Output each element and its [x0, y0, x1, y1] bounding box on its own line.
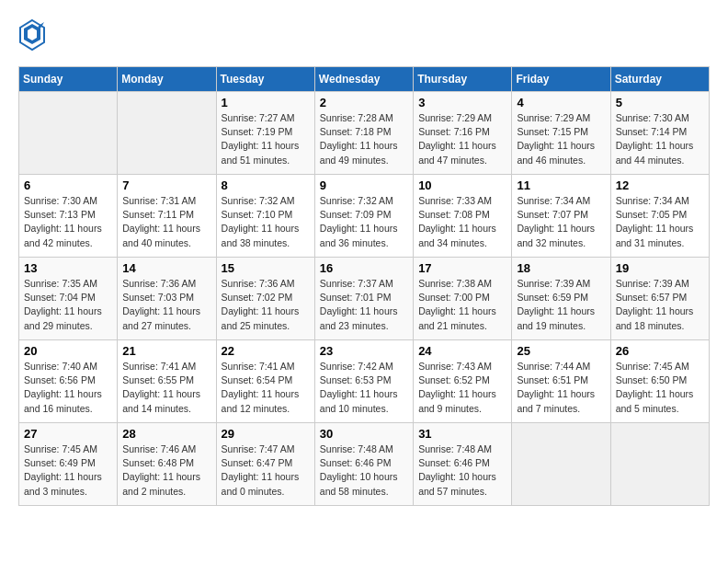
- day-info: Sunrise: 7:32 AMSunset: 7:09 PMDaylight:…: [320, 194, 408, 250]
- calendar-cell: 26Sunrise: 7:45 AMSunset: 6:50 PMDayligh…: [610, 340, 709, 423]
- day-info: Sunrise: 7:34 AMSunset: 7:05 PMDaylight:…: [616, 194, 704, 250]
- calendar-cell: 7Sunrise: 7:31 AMSunset: 7:11 PMDaylight…: [118, 175, 216, 258]
- calendar-cell: 12Sunrise: 7:34 AMSunset: 7:05 PMDayligh…: [610, 175, 709, 258]
- day-number: 22: [222, 344, 310, 358]
- day-info: Sunrise: 7:43 AMSunset: 6:52 PMDaylight:…: [418, 360, 506, 416]
- calendar-cell: 20Sunrise: 7:40 AMSunset: 6:56 PMDayligh…: [19, 340, 118, 423]
- calendar-week-2: 6Sunrise: 7:30 AMSunset: 7:13 PMDaylight…: [19, 175, 710, 258]
- day-info: Sunrise: 7:30 AMSunset: 7:13 PMDaylight:…: [24, 194, 112, 250]
- day-info: Sunrise: 7:41 AMSunset: 6:55 PMDaylight:…: [122, 360, 210, 416]
- logo-icon: [18, 18, 46, 52]
- page-header: [18, 18, 710, 52]
- day-header-wednesday: Wednesday: [314, 67, 413, 92]
- day-number: 6: [24, 178, 112, 192]
- day-number: 2: [320, 96, 408, 109]
- calendar-cell: 21Sunrise: 7:41 AMSunset: 6:55 PMDayligh…: [118, 340, 216, 423]
- calendar-cell: 10Sunrise: 7:33 AMSunset: 7:08 PMDayligh…: [414, 175, 512, 258]
- day-info: Sunrise: 7:29 AMSunset: 7:15 PMDaylight:…: [517, 111, 605, 167]
- day-number: 27: [24, 427, 112, 441]
- day-number: 9: [320, 178, 408, 192]
- day-info: Sunrise: 7:46 AMSunset: 6:48 PMDaylight:…: [122, 442, 210, 499]
- calendar-cell: 1Sunrise: 7:27 AMSunset: 7:19 PMDaylight…: [216, 92, 314, 175]
- day-number: 26: [616, 344, 704, 358]
- day-info: Sunrise: 7:36 AMSunset: 7:02 PMDaylight:…: [222, 277, 310, 333]
- calendar-cell: [19, 92, 118, 175]
- day-number: 31: [418, 427, 506, 441]
- day-info: Sunrise: 7:41 AMSunset: 6:54 PMDaylight:…: [222, 360, 310, 416]
- calendar-cell: 31Sunrise: 7:48 AMSunset: 6:46 PMDayligh…: [414, 423, 512, 506]
- day-info: Sunrise: 7:28 AMSunset: 7:18 PMDaylight:…: [320, 111, 408, 167]
- calendar-cell: 8Sunrise: 7:32 AMSunset: 7:10 PMDaylight…: [216, 175, 314, 258]
- day-number: 24: [418, 344, 506, 358]
- day-info: Sunrise: 7:35 AMSunset: 7:04 PMDaylight:…: [24, 277, 112, 333]
- day-number: 23: [320, 344, 408, 358]
- day-info: Sunrise: 7:44 AMSunset: 6:51 PMDaylight:…: [517, 360, 605, 416]
- calendar-cell: 3Sunrise: 7:29 AMSunset: 7:16 PMDaylight…: [414, 92, 512, 175]
- day-number: 20: [24, 344, 112, 358]
- day-header-thursday: Thursday: [414, 67, 512, 92]
- day-info: Sunrise: 7:48 AMSunset: 6:46 PMDaylight:…: [320, 442, 408, 499]
- calendar-cell: 9Sunrise: 7:32 AMSunset: 7:09 PMDaylight…: [314, 175, 413, 258]
- calendar-cell: 27Sunrise: 7:45 AMSunset: 6:49 PMDayligh…: [19, 423, 118, 506]
- calendar-cell: 4Sunrise: 7:29 AMSunset: 7:15 PMDaylight…: [512, 92, 610, 175]
- calendar-week-4: 20Sunrise: 7:40 AMSunset: 6:56 PMDayligh…: [19, 340, 710, 423]
- day-header-sunday: Sunday: [19, 67, 118, 92]
- day-number: 17: [418, 261, 506, 275]
- calendar-table: SundayMondayTuesdayWednesdayThursdayFrid…: [18, 66, 710, 506]
- day-info: Sunrise: 7:38 AMSunset: 7:00 PMDaylight:…: [418, 277, 506, 333]
- day-number: 16: [320, 261, 408, 275]
- day-number: 12: [616, 178, 704, 192]
- day-number: 28: [122, 427, 210, 441]
- calendar-cell: 23Sunrise: 7:42 AMSunset: 6:53 PMDayligh…: [314, 340, 413, 423]
- day-info: Sunrise: 7:30 AMSunset: 7:14 PMDaylight:…: [616, 111, 704, 167]
- day-number: 14: [122, 261, 210, 275]
- calendar-week-5: 27Sunrise: 7:45 AMSunset: 6:49 PMDayligh…: [19, 423, 710, 506]
- calendar-cell: 24Sunrise: 7:43 AMSunset: 6:52 PMDayligh…: [414, 340, 512, 423]
- day-info: Sunrise: 7:34 AMSunset: 7:07 PMDaylight:…: [517, 194, 605, 250]
- day-number: 4: [517, 96, 605, 109]
- day-info: Sunrise: 7:33 AMSunset: 7:08 PMDaylight:…: [418, 194, 506, 250]
- calendar-cell: 19Sunrise: 7:39 AMSunset: 6:57 PMDayligh…: [610, 258, 709, 340]
- day-info: Sunrise: 7:42 AMSunset: 6:53 PMDaylight:…: [320, 360, 408, 416]
- day-number: 30: [320, 427, 408, 441]
- calendar-cell: 2Sunrise: 7:28 AMSunset: 7:18 PMDaylight…: [314, 92, 413, 175]
- day-header-saturday: Saturday: [610, 67, 709, 92]
- day-number: 7: [122, 178, 210, 192]
- calendar-cell: 16Sunrise: 7:37 AMSunset: 7:01 PMDayligh…: [314, 258, 413, 340]
- day-info: Sunrise: 7:36 AMSunset: 7:03 PMDaylight:…: [122, 277, 210, 333]
- calendar-cell: 6Sunrise: 7:30 AMSunset: 7:13 PMDaylight…: [19, 175, 118, 258]
- calendar-cell: 15Sunrise: 7:36 AMSunset: 7:02 PMDayligh…: [216, 258, 314, 340]
- day-header-friday: Friday: [512, 67, 610, 92]
- day-number: 15: [222, 261, 310, 275]
- day-info: Sunrise: 7:45 AMSunset: 6:49 PMDaylight:…: [24, 442, 112, 499]
- day-info: Sunrise: 7:40 AMSunset: 6:56 PMDaylight:…: [24, 360, 112, 416]
- day-number: 5: [616, 96, 704, 109]
- calendar-cell: 30Sunrise: 7:48 AMSunset: 6:46 PMDayligh…: [314, 423, 413, 506]
- day-info: Sunrise: 7:48 AMSunset: 6:46 PMDaylight:…: [418, 442, 506, 499]
- day-info: Sunrise: 7:47 AMSunset: 6:47 PMDaylight:…: [222, 442, 310, 499]
- day-number: 8: [222, 178, 310, 192]
- day-info: Sunrise: 7:31 AMSunset: 7:11 PMDaylight:…: [122, 194, 210, 250]
- day-number: 1: [222, 96, 310, 109]
- calendar-cell: 17Sunrise: 7:38 AMSunset: 7:00 PMDayligh…: [414, 258, 512, 340]
- calendar-cell: 5Sunrise: 7:30 AMSunset: 7:14 PMDaylight…: [610, 92, 709, 175]
- day-number: 21: [122, 344, 210, 358]
- day-info: Sunrise: 7:39 AMSunset: 6:59 PMDaylight:…: [517, 277, 605, 333]
- calendar-cell: 28Sunrise: 7:46 AMSunset: 6:48 PMDayligh…: [118, 423, 216, 506]
- calendar-week-1: 1Sunrise: 7:27 AMSunset: 7:19 PMDaylight…: [19, 92, 710, 175]
- calendar-cell: 14Sunrise: 7:36 AMSunset: 7:03 PMDayligh…: [118, 258, 216, 340]
- calendar-cell: 18Sunrise: 7:39 AMSunset: 6:59 PMDayligh…: [512, 258, 610, 340]
- calendar-cell: [118, 92, 216, 175]
- day-info: Sunrise: 7:39 AMSunset: 6:57 PMDaylight:…: [616, 277, 704, 333]
- day-number: 11: [517, 178, 605, 192]
- calendar-cell: 13Sunrise: 7:35 AMSunset: 7:04 PMDayligh…: [19, 258, 118, 340]
- day-number: 10: [418, 178, 506, 192]
- calendar-cell: 25Sunrise: 7:44 AMSunset: 6:51 PMDayligh…: [512, 340, 610, 423]
- calendar-week-3: 13Sunrise: 7:35 AMSunset: 7:04 PMDayligh…: [19, 258, 710, 340]
- day-number: 3: [418, 96, 506, 109]
- calendar-header-row: SundayMondayTuesdayWednesdayThursdayFrid…: [19, 67, 710, 92]
- calendar-cell: [512, 423, 610, 506]
- day-info: Sunrise: 7:32 AMSunset: 7:10 PMDaylight:…: [222, 194, 310, 250]
- calendar-cell: 29Sunrise: 7:47 AMSunset: 6:47 PMDayligh…: [216, 423, 314, 506]
- calendar-cell: [610, 423, 709, 506]
